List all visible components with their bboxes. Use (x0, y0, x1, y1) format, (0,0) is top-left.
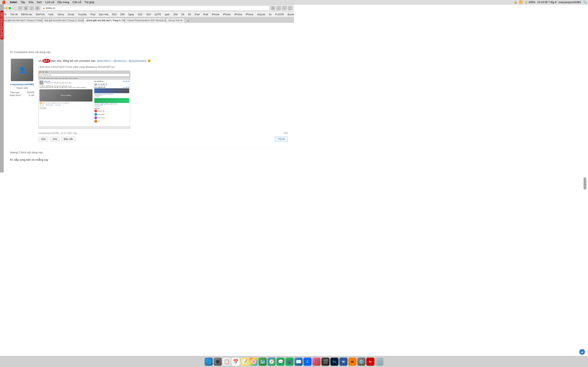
tab-5[interactable]: Group Tinh tế (166, 18, 185, 23)
bookmark-9x[interactable]: 9x (267, 13, 273, 16)
bookmarks-bar: FB Tinh tế BBVN.net OtoFUN Cafe Yahoo Gm… (0, 12, 294, 17)
fake-group-image-2 (94, 98, 129, 103)
bookmark-qate[interactable]: QATE (153, 13, 163, 16)
bookmark-don-nha[interactable]: Dọn nhà (97, 13, 110, 16)
bookmark-sim[interactable]: SIM (119, 13, 126, 16)
sidebar-toggle[interactable]: ⊞ (24, 6, 28, 10)
reply-button[interactable]: Trả lời (275, 137, 288, 142)
forward-button[interactable]: › (18, 6, 22, 10)
tab-overview[interactable]: ⧉ (35, 6, 40, 10)
mention-quynhmatroi[interactable]: @quynhmatroi (129, 59, 147, 62)
fake-online-2: Dũng Nguyễn (94, 113, 129, 116)
ssl-lock-icon: 🔒 (43, 7, 45, 9)
fake-online-avatar-4 (94, 120, 97, 123)
menu-tep[interactable]: Tệp (20, 1, 25, 4)
download-button[interactable]: ↓ (282, 6, 287, 10)
tab-3[interactable]: cả thế giới như thế nào? | Trang 3 | Tin… (84, 18, 125, 23)
bookmark-qate2[interactable]: qate (163, 13, 171, 16)
next-post-title: Ăn cắp xong bán nó chẳng cay (10, 156, 288, 163)
extensions-button[interactable]: ⋯ (288, 6, 292, 10)
menu-sua[interactable]: Sửa (28, 1, 33, 4)
fake-fb-content: Trần Hiệp 8 Tháng 5 2016 - đang ở Thành … (39, 80, 130, 126)
bookmark-iphone2[interactable]: iPhone (222, 13, 232, 16)
bookmark-gmail[interactable]: Gmail (66, 13, 76, 16)
mention-mercury[interactable]: @mercury (113, 59, 126, 62)
mention-dcm0911[interactable]: @dcm0911 (97, 59, 111, 62)
bookmark-bbvn[interactable]: BBVN.net (20, 13, 34, 16)
bookmark-5d3-2[interactable]: 5D3 (145, 13, 153, 16)
home-button[interactable]: ⌂ (277, 6, 281, 10)
joined-label: Tham gia: (10, 91, 20, 94)
bookmark-sim2[interactable]: SIM (172, 13, 179, 16)
fake-post-info: Trần Hiệp 8 Tháng 5 2016 - đang ở Thành … (44, 81, 71, 85)
menu-trogiup[interactable]: Trợ giúp (85, 1, 94, 4)
apple-menu[interactable]: 🍎 (2, 0, 6, 4)
username-display[interactable]: crazysexycool1981 (10, 83, 34, 86)
fake-friends-title: Lời mời kết bạn (94, 81, 104, 82)
bookmark-cafe[interactable]: Cafe (47, 13, 55, 16)
fullscreen-button[interactable] (9, 7, 11, 9)
menu-dautrang[interactable]: Dấu trang (57, 1, 69, 4)
fake-min (41, 71, 42, 73)
minimize-button[interactable] (5, 7, 8, 9)
post-signature: | Sent from CRAZYSEXYCOOL1981 using Blac… (38, 66, 288, 68)
bookmark-otofun[interactable]: OtoFUN (34, 13, 46, 16)
bookmark-ssc[interactable]: SSC (136, 13, 145, 16)
fake-user-avatar (39, 81, 43, 85)
likes-label: Được thích: (10, 94, 21, 97)
fake-share-btn: ↗ Chia sẻ (54, 104, 60, 106)
address-bar[interactable]: 🔒 tinhte.vn (41, 6, 269, 11)
bookmark-s8-2[interactable]: S8 (186, 13, 192, 16)
bookmark-5giay[interactable]: 5giay (127, 13, 136, 16)
edit-button[interactable]: Sửa (38, 137, 48, 142)
fake-friend-avatar-1 (94, 83, 97, 86)
fake-max (43, 71, 44, 73)
bookmark-ipad3[interactable]: iPad (201, 13, 210, 16)
fake-post-username: Trần Hiệp (44, 81, 71, 82)
fake-online-avatar-1 (94, 109, 97, 112)
next-liker: Hoàng Z thích nội dung này. (10, 151, 43, 154)
tab-1[interactable]: thế giới như thế nào? | Trang 4 | Tinhte… (1, 18, 42, 23)
browser-content[interactable]: Trí Constantine thích nội dung này. 👤 cr… (4, 47, 294, 184)
fake-bm-sim: SIM (62, 78, 65, 79)
fake-online-name-3: Hallo Sunshine (98, 117, 105, 118)
fake-post-body: Có đến 157 người bạn của mình là fan của… (39, 85, 93, 89)
bookmark-iphone[interactable]: iPhone (210, 13, 221, 16)
likes-val: 6,190 (29, 94, 34, 97)
post-meta: crazysexycool1981, 12:21 hôm nay #55 (38, 132, 288, 134)
reload-button[interactable]: ↻ (271, 6, 275, 10)
fake-group-image-1 (94, 88, 129, 93)
bookmark-5d3[interactable]: 5D3 (111, 13, 118, 16)
menu-cuaso[interactable]: Cửa sổ (72, 1, 81, 4)
tab-2[interactable]: thế giới như thế nào? | Trang 4 | Tinhte… (43, 18, 83, 23)
delete-button[interactable]: Xóa (50, 137, 60, 142)
browser-toolbar: ‹ › ⊞ ↑ ⧉ 🔒 tinhte.vn ↻ ⌂ ↓ ⋯ (0, 4, 294, 12)
url-text: tinhte.vn (46, 7, 55, 9)
bookmark-yahoo[interactable]: Yahoo (56, 13, 66, 16)
fake-online-name-4: Hou (98, 121, 100, 122)
fake-bm-cafe: Cafe (51, 78, 53, 79)
back-button[interactable]: ‹ (12, 6, 17, 10)
menu-xem[interactable]: Xem (36, 1, 42, 4)
new-tab-button[interactable]: + (186, 19, 191, 23)
bookmark-s8[interactable]: S8 (180, 13, 186, 16)
bookmark-ipad[interactable]: iPad (89, 13, 97, 16)
share-button[interactable]: ↑ (29, 6, 34, 10)
bookmark-tinhte[interactable]: Tinh tế (8, 13, 19, 16)
bookmark-airpods[interactable]: Airpods (255, 13, 267, 16)
bookmark-ipad2[interactable]: iPad (193, 13, 201, 16)
fake-online-name-1: Hương Phạm (98, 110, 105, 111)
tab-4[interactable]: Canon Photomarathon 2017 đã khởi động!..… (125, 18, 166, 23)
tabs-bar: thế giới như thế nào? | Trang 4 | Tinhte… (0, 17, 294, 23)
bookmark-iphone4[interactable]: iPhone (244, 13, 255, 16)
day-highlight[interactable]: ĐÂY (43, 59, 51, 63)
menu-lichsu[interactable]: Lịch sử (45, 1, 54, 4)
report-button[interactable]: Báo xấu (61, 137, 76, 142)
fake-bm-yt: Youtube (54, 78, 59, 79)
menu-safari[interactable]: Safari (10, 1, 17, 4)
bookmark-bucket[interactable]: Bucket (286, 13, 294, 16)
bookmark-iphone3[interactable]: iPhone (233, 13, 243, 16)
fake-bm-ipad: iPad (59, 78, 62, 79)
bookmark-flickr[interactable]: FLICKR (274, 13, 286, 16)
bookmark-youtube[interactable]: Youtube (76, 13, 88, 16)
